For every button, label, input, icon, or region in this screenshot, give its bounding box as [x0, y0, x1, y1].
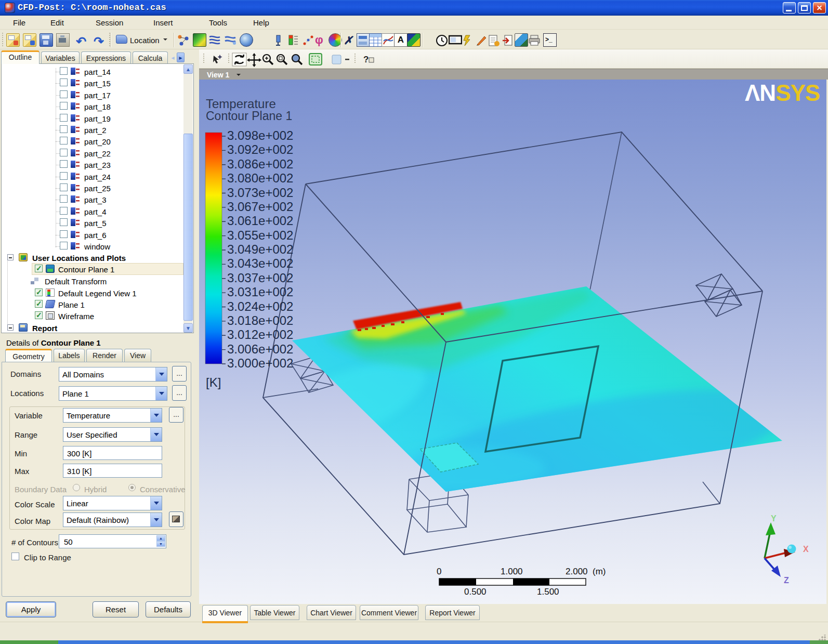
svg-text:3.031e+002: 3.031e+002 [227, 285, 293, 299]
svg-text:3.092e+002: 3.092e+002 [227, 142, 293, 156]
svg-text:3.037e+002: 3.037e+002 [227, 271, 293, 285]
svg-text:3.024e+002: 3.024e+002 [227, 299, 293, 313]
svg-text:3.098e+002: 3.098e+002 [227, 128, 293, 142]
svg-text:(m): (m) [593, 567, 606, 576]
svg-text:3.012e+002: 3.012e+002 [227, 327, 293, 341]
svg-text:2.000: 2.000 [566, 567, 588, 576]
svg-text:Temperature: Temperature [206, 97, 276, 111]
svg-text:1.000: 1.000 [501, 567, 523, 576]
svg-text:Z: Z [784, 576, 789, 585]
svg-text:0.500: 0.500 [464, 587, 487, 597]
svg-text:3.000e+002: 3.000e+002 [227, 356, 293, 370]
svg-text:ΛNSYS: ΛNSYS [745, 80, 820, 106]
svg-text:3.055e+002: 3.055e+002 [227, 228, 293, 242]
svg-text:?: ? [363, 55, 369, 64]
svg-text:3.043e+002: 3.043e+002 [227, 256, 293, 270]
svg-text:3.018e+002: 3.018e+002 [227, 313, 293, 327]
svg-text:Y: Y [771, 514, 777, 523]
svg-text:3.061e+002: 3.061e+002 [227, 214, 293, 228]
svg-text:3.080e+002: 3.080e+002 [227, 171, 293, 185]
svg-text:3.067e+002: 3.067e+002 [227, 200, 293, 214]
svg-text:3.049e+002: 3.049e+002 [227, 242, 293, 256]
svg-text:1.500: 1.500 [537, 587, 559, 597]
svg-text:X: X [803, 545, 809, 554]
svg-text:0: 0 [437, 567, 441, 576]
svg-text:Contour Plane 1: Contour Plane 1 [206, 109, 292, 123]
svg-text:3.006e+002: 3.006e+002 [227, 342, 293, 356]
svg-text:[K]: [K] [206, 375, 221, 389]
svg-text:3.073e+002: 3.073e+002 [227, 186, 293, 200]
svg-text:3.086e+002: 3.086e+002 [227, 157, 293, 171]
